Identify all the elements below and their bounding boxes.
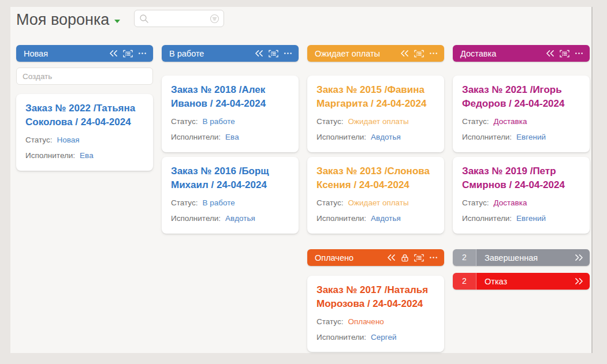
- menu-dots-icon[interactable]: [138, 52, 147, 55]
- status-label: Статус:: [171, 197, 198, 209]
- executor-link[interactable]: Ева: [80, 150, 94, 162]
- order-card[interactable]: Заказ № 2016 /Борщ Михаил / 24-04-2024 С…: [162, 157, 299, 234]
- status-label: Статус:: [462, 116, 489, 127]
- order-card[interactable]: Заказ № 2013 /Слонова Ксения / 24-04-202…: [307, 157, 444, 234]
- collapse-column-icon[interactable]: [255, 50, 263, 57]
- card-settings-icon[interactable]: [123, 50, 133, 58]
- card-title: Заказ № 2015 /Фавина Маргарита / 24-04-2…: [316, 83, 435, 111]
- column-header-icons: [109, 50, 147, 58]
- column-header-icons: [546, 50, 583, 58]
- column-title: Ожидает оплаты: [315, 49, 380, 58]
- card-settings-icon[interactable]: [414, 254, 424, 262]
- executors-label: Исполнители:: [171, 213, 221, 224]
- column-header-in-progress: В работе: [162, 45, 299, 62]
- card-title: Заказ № 2018 /Алек Иванов / 24-04-2024: [171, 83, 289, 111]
- search-icon: [139, 14, 149, 24]
- card-settings-icon[interactable]: [269, 50, 278, 58]
- order-card[interactable]: Заказ № 2021 /Игорь Федоров / 24-04-2024…: [453, 76, 590, 152]
- order-card[interactable]: Заказ № 2017 /Наталья Морозова / 24-04-2…: [307, 276, 444, 352]
- search-input[interactable]: [152, 12, 207, 27]
- card-title: Заказ № 2017 /Наталья Морозова / 24-04-2…: [316, 283, 435, 311]
- executors-label: Исполнители:: [316, 332, 366, 343]
- status-row: Статус: Оплачено: [316, 316, 435, 328]
- column-header-icons: [400, 50, 438, 58]
- card-title: Заказ № 2022 /Татьяна Соколова / 24-04-2…: [25, 102, 144, 129]
- collapse-column-icon[interactable]: [400, 50, 409, 57]
- page-title: Моя воронка: [16, 11, 109, 29]
- lock-icon: [401, 254, 409, 262]
- order-card[interactable]: Заказ № 2018 /Алек Иванов / 24-04-2024 С…: [162, 76, 299, 152]
- scrollbar-track[interactable]: [591, 7, 593, 353]
- column-title: В работе: [169, 49, 204, 58]
- collapsed-column-rejected[interactable]: 2 Отказ: [453, 273, 590, 290]
- status-row: Статус: В работе: [171, 197, 289, 209]
- card-title: Заказ № 2021 /Игорь Федоров / 24-04-2024: [462, 83, 580, 111]
- filter-icon[interactable]: [210, 14, 219, 24]
- card-title: Заказ № 2016 /Борщ Михаил / 24-04-2024: [171, 164, 289, 192]
- column-title: Оплачено: [315, 253, 353, 262]
- status-label: Статус:: [462, 197, 489, 209]
- collapse-column-icon[interactable]: [546, 50, 554, 57]
- order-card[interactable]: Заказ № 2019 /Петр Смирнов / 24-04-2024 …: [453, 157, 590, 234]
- executor-link[interactable]: Сергей: [371, 332, 396, 343]
- expand-column-icon[interactable]: [575, 277, 583, 285]
- executors-row: Исполнители: Авдотья: [316, 213, 435, 224]
- order-card[interactable]: Заказ № 2015 /Фавина Маргарита / 24-04-2…: [307, 76, 444, 152]
- column-header-delivery: Доставка: [453, 45, 590, 62]
- status-value: В работе: [202, 116, 234, 127]
- collapse-column-icon[interactable]: [109, 50, 118, 57]
- column-header-paid: Оплачено: [307, 249, 444, 266]
- menu-dots-icon[interactable]: [284, 52, 292, 55]
- status-value: Ожидает оплаты: [348, 116, 408, 127]
- expand-column-icon[interactable]: [575, 254, 583, 261]
- kanban-app: { "page": { "title": "Моя воронка", "bac…: [0, 0, 607, 364]
- status-row: Статус: Доставка: [462, 197, 580, 209]
- status-value: Оплачено: [348, 316, 383, 328]
- column-count-badge: 2: [453, 273, 476, 290]
- column-title: Доставка: [460, 49, 496, 58]
- executor-link[interactable]: Евгений: [516, 132, 546, 143]
- collapsed-column-completed[interactable]: 2 Завершенная: [453, 249, 590, 266]
- status-value: Ожидает оплаты: [348, 197, 408, 209]
- status-value: Доставка: [493, 197, 527, 209]
- executors-row: Исполнители: Евгений: [462, 132, 580, 143]
- status-label: Статус:: [171, 116, 198, 127]
- card-title: Заказ № 2013 /Слонова Ксения / 24-04-202…: [316, 164, 435, 192]
- status-row: Статус: Новая: [25, 134, 144, 146]
- executors-row: Исполнители: Авдотья: [316, 132, 435, 143]
- card-title: Заказ № 2019 /Петр Смирнов / 24-04-2024: [462, 164, 580, 192]
- board-panel: Моя воронка Новая В работе Ожидает оплат…: [10, 7, 593, 353]
- menu-dots-icon[interactable]: [575, 52, 583, 55]
- card-settings-icon[interactable]: [560, 50, 569, 58]
- card-settings-icon[interactable]: [414, 50, 424, 58]
- create-order-input[interactable]: [16, 67, 153, 85]
- status-value: Доставка: [493, 116, 527, 127]
- menu-dots-icon[interactable]: [429, 52, 438, 55]
- status-label: Статус:: [316, 116, 343, 127]
- executor-link[interactable]: Евгений: [516, 213, 546, 224]
- executors-row: Исполнители: Ева: [25, 150, 144, 162]
- column-header-awaiting-payment: Ожидает оплаты: [307, 45, 444, 62]
- executors-label: Исполнители:: [25, 150, 75, 162]
- status-row: Статус: Доставка: [462, 116, 580, 127]
- executors-label: Исполнители:: [171, 132, 221, 143]
- funnel-selector[interactable]: Моя воронка: [16, 11, 120, 29]
- status-label: Статус:: [316, 316, 343, 328]
- executors-row: Исполнители: Авдотья: [171, 213, 289, 224]
- executors-label: Исполнители:: [316, 213, 366, 224]
- dropdown-caret-icon: [114, 20, 120, 23]
- collapse-column-icon[interactable]: [387, 254, 396, 261]
- search-box: [134, 10, 224, 27]
- status-row: Статус: В работе: [171, 116, 289, 127]
- executor-link[interactable]: Авдотья: [371, 132, 401, 143]
- executor-link[interactable]: Авдотья: [225, 213, 255, 224]
- status-label: Статус:: [25, 134, 52, 146]
- menu-dots-icon[interactable]: [429, 256, 438, 259]
- executor-link[interactable]: Ева: [225, 132, 239, 143]
- order-card[interactable]: Заказ № 2022 /Татьяна Соколова / 24-04-2…: [16, 94, 153, 171]
- status-row: Статус: Ожидает оплаты: [316, 197, 435, 209]
- executors-row: Исполнители: Ева: [171, 132, 289, 143]
- executors-label: Исполнители:: [462, 132, 512, 143]
- executor-link[interactable]: Авдотья: [371, 213, 401, 224]
- column-header-icons: [255, 50, 292, 58]
